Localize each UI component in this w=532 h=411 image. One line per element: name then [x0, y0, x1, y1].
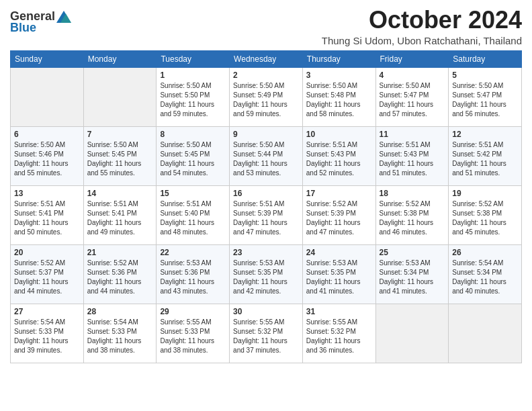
day-number: 29 — [160, 307, 226, 316]
day-info: Sunrise: 5:50 AM Sunset: 5:47 PM Dayligh… — [380, 81, 445, 119]
day-number: 22 — [160, 248, 226, 257]
page-header: General Blue October 2024 Thung Si Udom,… — [10, 7, 522, 46]
day-info: Sunrise: 5:51 AM Sunset: 5:43 PM Dayligh… — [306, 140, 372, 178]
day-info: Sunrise: 5:51 AM Sunset: 5:41 PM Dayligh… — [87, 199, 153, 237]
day-info: Sunrise: 5:50 AM Sunset: 5:50 PM Dayligh… — [160, 81, 226, 119]
day-number: 7 — [87, 130, 153, 139]
calendar-cell: 12Sunrise: 5:51 AM Sunset: 5:42 PM Dayli… — [449, 126, 522, 185]
calendar-cell: 16Sunrise: 5:51 AM Sunset: 5:39 PM Dayli… — [230, 185, 303, 244]
day-number: 18 — [380, 189, 445, 198]
calendar-cell: 27Sunrise: 5:54 AM Sunset: 5:33 PM Dayli… — [11, 304, 84, 363]
day-number: 8 — [160, 130, 226, 139]
day-number: 1 — [160, 71, 226, 80]
calendar-week-4: 20Sunrise: 5:52 AM Sunset: 5:37 PM Dayli… — [11, 244, 522, 304]
day-info: Sunrise: 5:53 AM Sunset: 5:35 PM Dayligh… — [306, 259, 372, 296]
day-info: Sunrise: 5:52 AM Sunset: 5:36 PM Dayligh… — [87, 259, 153, 296]
calendar-cell: 18Sunrise: 5:52 AM Sunset: 5:38 PM Dayli… — [375, 185, 449, 244]
calendar-cell: 20Sunrise: 5:52 AM Sunset: 5:37 PM Dayli… — [11, 244, 84, 304]
calendar-table: Sunday Monday Tuesday Wednesday Thursday… — [10, 50, 522, 363]
calendar-week-2: 6Sunrise: 5:50 AM Sunset: 5:46 PM Daylig… — [11, 126, 522, 185]
calendar-cell: 15Sunrise: 5:51 AM Sunset: 5:40 PM Dayli… — [157, 185, 230, 244]
calendar-cell — [83, 67, 157, 126]
header-wednesday: Wednesday — [230, 50, 303, 67]
day-number: 9 — [233, 130, 299, 139]
day-number: 5 — [452, 71, 518, 80]
day-number: 6 — [14, 130, 80, 139]
calendar-cell — [11, 67, 84, 126]
day-info: Sunrise: 5:55 AM Sunset: 5:33 PM Dayligh… — [160, 318, 226, 355]
calendar-cell — [375, 304, 449, 363]
day-info: Sunrise: 5:55 AM Sunset: 5:32 PM Dayligh… — [233, 318, 299, 355]
location-subtitle: Thung Si Udom, Ubon Ratchathani, Thailan… — [322, 35, 522, 46]
day-number: 31 — [306, 307, 372, 316]
calendar-cell — [449, 304, 522, 363]
calendar-week-1: 1Sunrise: 5:50 AM Sunset: 5:50 PM Daylig… — [11, 67, 522, 126]
logo-blue-text: Blue — [10, 21, 36, 35]
day-number: 10 — [306, 130, 372, 139]
header-thursday: Thursday — [302, 50, 375, 67]
calendar-cell: 22Sunrise: 5:53 AM Sunset: 5:36 PM Dayli… — [157, 244, 230, 304]
day-info: Sunrise: 5:51 AM Sunset: 5:42 PM Dayligh… — [452, 140, 518, 178]
day-info: Sunrise: 5:52 AM Sunset: 5:39 PM Dayligh… — [306, 199, 372, 237]
day-info: Sunrise: 5:52 AM Sunset: 5:37 PM Dayligh… — [14, 259, 80, 296]
day-number: 24 — [306, 248, 372, 257]
header-sunday: Sunday — [11, 50, 84, 67]
day-number: 28 — [87, 307, 153, 316]
calendar-cell: 1Sunrise: 5:50 AM Sunset: 5:50 PM Daylig… — [157, 67, 230, 126]
calendar-cell: 6Sunrise: 5:50 AM Sunset: 5:46 PM Daylig… — [11, 126, 84, 185]
calendar-cell: 5Sunrise: 5:50 AM Sunset: 5:47 PM Daylig… — [449, 67, 522, 126]
day-number: 3 — [306, 71, 372, 80]
calendar-cell: 31Sunrise: 5:55 AM Sunset: 5:32 PM Dayli… — [302, 304, 375, 363]
header-saturday: Saturday — [449, 50, 522, 67]
calendar-cell: 25Sunrise: 5:53 AM Sunset: 5:34 PM Dayli… — [375, 244, 449, 304]
day-info: Sunrise: 5:51 AM Sunset: 5:43 PM Dayligh… — [380, 140, 445, 178]
day-number: 16 — [233, 189, 299, 198]
day-number: 17 — [306, 189, 372, 198]
calendar-cell: 10Sunrise: 5:51 AM Sunset: 5:43 PM Dayli… — [302, 126, 375, 185]
day-info: Sunrise: 5:50 AM Sunset: 5:45 PM Dayligh… — [87, 140, 153, 178]
day-info: Sunrise: 5:54 AM Sunset: 5:34 PM Dayligh… — [452, 259, 518, 296]
calendar-cell: 7Sunrise: 5:50 AM Sunset: 5:45 PM Daylig… — [83, 126, 157, 185]
calendar-cell: 24Sunrise: 5:53 AM Sunset: 5:35 PM Dayli… — [302, 244, 375, 304]
calendar-cell: 11Sunrise: 5:51 AM Sunset: 5:43 PM Dayli… — [375, 126, 449, 185]
day-number: 26 — [452, 248, 518, 257]
calendar-cell: 3Sunrise: 5:50 AM Sunset: 5:48 PM Daylig… — [302, 67, 375, 126]
day-number: 25 — [380, 248, 445, 257]
day-info: Sunrise: 5:51 AM Sunset: 5:40 PM Dayligh… — [160, 199, 226, 237]
day-info: Sunrise: 5:53 AM Sunset: 5:35 PM Dayligh… — [233, 259, 299, 296]
calendar-cell: 4Sunrise: 5:50 AM Sunset: 5:47 PM Daylig… — [375, 67, 449, 126]
day-info: Sunrise: 5:50 AM Sunset: 5:44 PM Dayligh… — [233, 140, 299, 178]
calendar-cell: 14Sunrise: 5:51 AM Sunset: 5:41 PM Dayli… — [83, 185, 157, 244]
calendar-cell: 8Sunrise: 5:50 AM Sunset: 5:45 PM Daylig… — [157, 126, 230, 185]
title-block: October 2024 Thung Si Udom, Ubon Ratchat… — [322, 7, 522, 46]
header-tuesday: Tuesday — [157, 50, 230, 67]
day-info: Sunrise: 5:53 AM Sunset: 5:34 PM Dayligh… — [380, 259, 445, 296]
month-title: October 2024 — [322, 7, 522, 34]
day-number: 11 — [380, 130, 445, 139]
calendar-week-3: 13Sunrise: 5:51 AM Sunset: 5:41 PM Dayli… — [11, 185, 522, 244]
calendar-cell: 26Sunrise: 5:54 AM Sunset: 5:34 PM Dayli… — [449, 244, 522, 304]
day-number: 20 — [14, 248, 80, 257]
calendar-cell: 13Sunrise: 5:51 AM Sunset: 5:41 PM Dayli… — [11, 185, 84, 244]
day-number: 23 — [233, 248, 299, 257]
day-info: Sunrise: 5:51 AM Sunset: 5:41 PM Dayligh… — [14, 199, 80, 237]
header-friday: Friday — [375, 50, 449, 67]
header-monday: Monday — [83, 50, 157, 67]
logo: General Blue — [10, 9, 71, 35]
day-number: 15 — [160, 189, 226, 198]
day-info: Sunrise: 5:50 AM Sunset: 5:47 PM Dayligh… — [452, 81, 518, 119]
day-number: 4 — [380, 71, 445, 80]
day-info: Sunrise: 5:52 AM Sunset: 5:38 PM Dayligh… — [380, 199, 445, 237]
day-number: 2 — [233, 71, 299, 80]
day-number: 21 — [87, 248, 153, 257]
day-info: Sunrise: 5:55 AM Sunset: 5:32 PM Dayligh… — [306, 318, 372, 355]
day-info: Sunrise: 5:50 AM Sunset: 5:45 PM Dayligh… — [160, 140, 226, 178]
day-info: Sunrise: 5:50 AM Sunset: 5:48 PM Dayligh… — [306, 81, 372, 119]
day-info: Sunrise: 5:50 AM Sunset: 5:46 PM Dayligh… — [14, 140, 80, 178]
calendar-cell: 23Sunrise: 5:53 AM Sunset: 5:35 PM Dayli… — [230, 244, 303, 304]
calendar-week-5: 27Sunrise: 5:54 AM Sunset: 5:33 PM Dayli… — [11, 304, 522, 363]
day-info: Sunrise: 5:54 AM Sunset: 5:33 PM Dayligh… — [87, 318, 153, 355]
day-info: Sunrise: 5:53 AM Sunset: 5:36 PM Dayligh… — [160, 259, 226, 296]
calendar-cell: 17Sunrise: 5:52 AM Sunset: 5:39 PM Dayli… — [302, 185, 375, 244]
day-number: 30 — [233, 307, 299, 316]
